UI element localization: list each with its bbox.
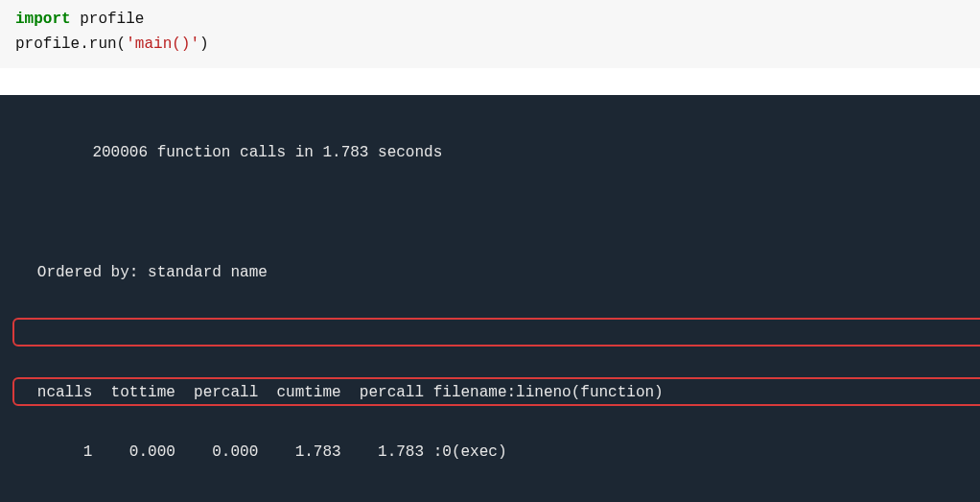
blank-line [10,199,970,228]
table-row: 1 0.000 0.000 1.783 1.783 :0(exec) [10,438,970,467]
module-name: profile [71,11,145,28]
code-cell: import profile profile.run('main()') [0,0,980,68]
table-row: 1 0.000 0.000 0.000 0.000 :0(setprofile) [10,498,970,502]
string-arg: 'main()' [126,36,199,53]
profile-summary: 200006 function calls in 1.783 seconds [10,138,970,168]
code-line-2: profile.run('main()') [15,33,965,58]
call-prefix: profile.run( [15,36,126,53]
output-cell: 200006 function calls in 1.783 seconds O… [0,95,980,502]
keyword-import: import [15,11,71,28]
call-suffix: ) [199,36,209,53]
blank-line [10,319,970,348]
table-header: ncalls tottime percall cumtime percall f… [10,378,970,408]
ordered-by: Ordered by: standard name [10,258,970,288]
code-line-1: import profile [15,8,965,33]
